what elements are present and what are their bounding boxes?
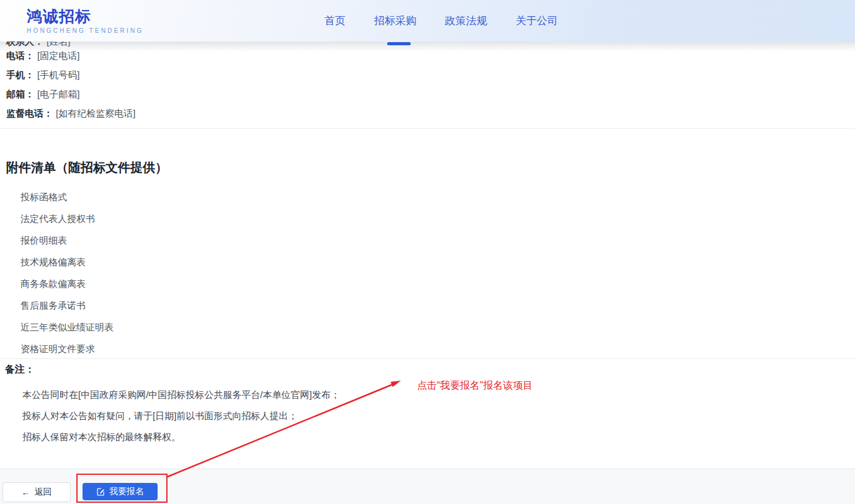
- mobile-label: 手机：: [6, 69, 34, 80]
- brand-title: 鸿诚招标: [27, 7, 143, 25]
- header-shadow: [0, 42, 855, 51]
- attachments-section-title: 附件清单（随招标文件提供）: [6, 159, 168, 176]
- brand-logo[interactable]: 鸿诚招标 HONGCHENG TENDERING: [27, 7, 143, 34]
- annotation-text: 点击“我要报名”报名该项目: [417, 379, 533, 392]
- divider: [0, 358, 855, 359]
- remarks-list: 本公告同时在[中国政府采购网/中国招标投标公共服务平台/本单位官网]发布； 投标…: [22, 389, 340, 443]
- list-item: 近三年类似业绩证明表: [20, 321, 114, 334]
- supervision-phone-row: 监督电话：[如有纪检监察电话]: [6, 107, 135, 120]
- list-item: 报价明细表: [20, 234, 114, 247]
- back-button-label: 返回: [35, 487, 52, 498]
- back-button[interactable]: ← 返回: [2, 482, 71, 502]
- list-item: 资格证明文件要求: [20, 343, 114, 355]
- phone-value: [固定电话]: [37, 50, 79, 61]
- divider: [0, 128, 855, 129]
- remark-paragraph: 招标人保留对本次招标的最终解释权。: [22, 431, 340, 443]
- page: 联系人：[姓名] 电话：[固定电话] 手机：[手机号码] 邮箱：[电子邮箱] 监…: [0, 0, 855, 504]
- announcement-content: 联系人：[姓名] 电话：[固定电话] 手机：[手机号码] 邮箱：[电子邮箱] 监…: [0, 0, 855, 504]
- active-tab-indicator: [387, 42, 411, 45]
- remarks-section-title: 备注：: [5, 363, 35, 376]
- back-arrow-icon: ←: [22, 487, 30, 497]
- nav-tab-tendering[interactable]: 招标采购: [374, 14, 416, 28]
- nav-tab-about[interactable]: 关于公司: [516, 14, 558, 28]
- phone-label: 电话：: [6, 50, 34, 61]
- list-item: 商务条款偏离表: [20, 278, 114, 290]
- apply-button-label: 我要报名: [109, 486, 144, 497]
- nav-tab-policies[interactable]: 政策法规: [445, 14, 487, 28]
- attachments-list: 投标函格式 法定代表人授权书 报价明细表 技术规格偏离表 商务条款偏离表 售后服…: [20, 191, 114, 355]
- supervision-phone-value: [如有纪检监察电话]: [56, 108, 135, 118]
- email-label: 邮箱：: [6, 89, 34, 99]
- remark-paragraph: 投标人对本公告如有疑问，请于[日期]前以书面形式向招标人提出；: [22, 410, 340, 422]
- mobile-value: [手机号码]: [37, 69, 79, 80]
- main-nav: 首页 招标采购 政策法规 关于公司: [325, 0, 558, 42]
- email-value: [电子邮箱]: [37, 89, 79, 99]
- brand-tagline: HONGCHENG TENDERING: [27, 27, 143, 34]
- remark-paragraph: 本公告同时在[中国政府采购网/中国招标投标公共服务平台/本单位官网]发布；: [22, 389, 340, 401]
- list-item: 技术规格偏离表: [20, 256, 114, 268]
- supervision-phone-label: 监督电话：: [6, 108, 53, 118]
- mobile-row: 手机：[手机号码]: [6, 69, 79, 81]
- email-row: 邮箱：[电子邮箱]: [6, 88, 79, 100]
- list-item: 法定代表人授权书: [20, 213, 114, 225]
- edit-icon: [96, 487, 105, 497]
- list-item: 售后服务承诺书: [20, 299, 114, 312]
- app-header: 鸿诚招标 HONGCHENG TENDERING 首页 招标采购 政策法规 关于…: [0, 0, 855, 42]
- list-item: 投标函格式: [20, 191, 114, 203]
- apply-button[interactable]: 我要报名: [83, 483, 158, 500]
- nav-tab-home[interactable]: 首页: [325, 14, 346, 28]
- phone-row: 电话：[固定电话]: [6, 50, 79, 62]
